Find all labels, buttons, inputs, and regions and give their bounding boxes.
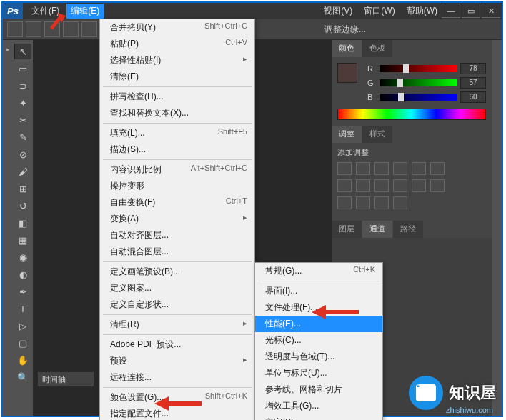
blur-tool[interactable]: ◉ <box>14 249 31 265</box>
hand-tool[interactable]: ✋ <box>14 352 31 368</box>
gradient-tool[interactable]: ▦ <box>14 232 31 248</box>
opt-icon-2[interactable] <box>44 21 60 37</box>
menu-define-pattern[interactable]: 定义图案... <box>100 280 254 296</box>
menu-paste-special[interactable]: 选择性粘贴(I)▸ <box>100 52 254 69</box>
adj-icon[interactable] <box>356 196 370 209</box>
pref-transparency[interactable]: 透明度与色域(T)... <box>255 349 382 365</box>
pref-interface[interactable]: 界面(I)... <box>255 283 382 299</box>
dodge-tool[interactable]: ◐ <box>14 266 31 282</box>
adj-icon[interactable] <box>356 162 370 175</box>
color-tab[interactable]: 颜色 <box>332 40 362 57</box>
wand-tool[interactable]: ✦ <box>14 95 31 111</box>
menu-clear[interactable]: 清除(E) <box>100 69 254 85</box>
tool-preset-icon[interactable] <box>7 21 23 37</box>
crop-tool[interactable]: ✂ <box>14 112 31 128</box>
opt-icon-3[interactable] <box>63 21 79 37</box>
menu-spellcheck[interactable]: 拼写检查(H)... <box>100 89 254 105</box>
window-minimize[interactable]: — <box>442 4 460 18</box>
menu-paste[interactable]: 粘贴(P)Ctrl+V <box>100 36 254 52</box>
type-tool[interactable]: T <box>14 301 31 316</box>
channels-tab[interactable]: 通道 <box>362 221 392 238</box>
b-slider[interactable] <box>380 94 457 101</box>
adj-icon[interactable] <box>337 196 352 209</box>
menu-content-aware-scale[interactable]: 内容识别比例Alt+Shift+Ctrl+C <box>100 161 254 178</box>
adj-icon[interactable] <box>412 179 426 192</box>
menu-define-shape[interactable]: 定义自定形状... <box>100 296 254 313</box>
menu-stroke[interactable]: 描边(S)... <box>100 141 254 158</box>
menu-puppet-warp[interactable]: 操控变形 <box>100 178 254 194</box>
pref-cursors[interactable]: 光标(C)... <box>255 332 382 349</box>
menu-assign-profile[interactable]: 指定配置文件... <box>100 406 254 420</box>
menu-merge-copy[interactable]: 合并拷贝(Y)Shift+Ctrl+C <box>100 19 254 36</box>
lasso-tool[interactable]: ⊃ <box>14 78 31 94</box>
menu-window[interactable]: 窗口(W) <box>359 4 399 19</box>
menu-remote[interactable]: 远程连接... <box>100 369 254 386</box>
timeline-tab[interactable]: 时间轴 <box>37 371 94 387</box>
g-value[interactable]: 57 <box>460 77 486 89</box>
r-slider[interactable] <box>380 65 457 72</box>
menu-help[interactable]: 帮助(W) <box>402 4 442 19</box>
color-ramp[interactable] <box>337 109 486 120</box>
adj-icon[interactable] <box>374 196 389 209</box>
menu-purge[interactable]: 清理(R)▸ <box>100 316 254 333</box>
menu-adobe-pdf[interactable]: Adobe PDF 预设... <box>100 336 254 353</box>
adj-icon[interactable] <box>430 179 445 192</box>
stamp-tool[interactable]: ⊞ <box>14 181 31 196</box>
adj-icon[interactable] <box>412 162 426 175</box>
menu-transform[interactable]: 变换(A)▸ <box>100 211 254 227</box>
paths-tab[interactable]: 路径 <box>393 221 423 238</box>
opt-icon-4[interactable] <box>81 21 97 37</box>
r-value[interactable]: 78 <box>460 63 486 74</box>
pref-file-handling[interactable]: 文件处理(F)... <box>255 299 382 316</box>
menu-edit[interactable]: 编辑(E) <box>66 4 104 19</box>
zoom-tool[interactable]: 🔍 <box>14 369 31 385</box>
pref-guides[interactable]: 参考线、网格和切片 <box>255 381 382 398</box>
styles-tab[interactable]: 样式 <box>362 126 392 143</box>
pref-plugins[interactable]: 增效工具(G)... <box>255 398 382 414</box>
eraser-tool[interactable]: ◧ <box>14 215 31 231</box>
opt-icon-1[interactable] <box>26 21 41 37</box>
pref-general[interactable]: 常规(G)...Ctrl+K <box>255 263 382 279</box>
menu-fill[interactable]: 填充(L)...Shift+F5 <box>100 125 254 141</box>
menu-find-replace[interactable]: 查找和替换文本(X)... <box>100 105 254 121</box>
path-tool[interactable]: ▷ <box>14 318 31 334</box>
brush-tool[interactable]: 🖌 <box>14 164 31 179</box>
pref-performance[interactable]: 性能(E)... <box>255 316 382 332</box>
menu-free-transform[interactable]: 自由变换(F)Ctrl+T <box>100 194 254 211</box>
panel-collapse-bar[interactable] <box>492 40 502 416</box>
g-slider[interactable] <box>380 79 457 86</box>
menu-presets[interactable]: 预设▸ <box>100 353 254 369</box>
menu-file[interactable]: 文件(F) <box>27 4 64 19</box>
marquee-tool[interactable]: ▭ <box>14 61 31 76</box>
toggle-arrow-icon[interactable]: ▸ <box>6 46 10 53</box>
adjust-edges-label[interactable]: 调整边缘... <box>324 24 366 36</box>
adj-icon[interactable] <box>356 179 370 192</box>
window-maximize[interactable]: ▭ <box>462 4 480 18</box>
adj-icon[interactable] <box>374 179 389 192</box>
eyedropper-tool[interactable]: ✎ <box>14 129 31 145</box>
foreground-swatch[interactable] <box>337 63 357 83</box>
move-tool[interactable]: ↖ <box>14 44 31 59</box>
swatches-tab[interactable]: 色板 <box>362 40 392 57</box>
pen-tool[interactable]: ✒ <box>14 284 31 299</box>
adj-icon[interactable] <box>393 196 407 209</box>
adj-icon[interactable] <box>374 162 389 175</box>
layers-tab[interactable]: 图层 <box>332 221 362 238</box>
adjust-tab[interactable]: 调整 <box>332 126 362 143</box>
window-close[interactable]: ✕ <box>482 4 500 18</box>
adj-icon[interactable] <box>430 162 445 175</box>
menu-view[interactable]: 视图(V) <box>319 4 357 19</box>
menu-define-brush[interactable]: 定义画笔预设(B)... <box>100 264 254 280</box>
adj-icon[interactable] <box>337 162 352 175</box>
menu-auto-blend[interactable]: 自动混合图层... <box>100 244 254 260</box>
menu-color-settings[interactable]: 颜色设置(G)...Shift+Ctrl+K <box>100 389 254 406</box>
adj-icon[interactable] <box>393 179 407 192</box>
b-value[interactable]: 60 <box>460 91 486 103</box>
adj-icon[interactable] <box>393 162 407 175</box>
menu-auto-align[interactable]: 自动对齐图层... <box>100 227 254 244</box>
shape-tool[interactable]: ▢ <box>14 335 31 351</box>
heal-tool[interactable]: ⊘ <box>14 146 31 162</box>
adj-icon[interactable] <box>337 179 352 192</box>
history-brush-tool[interactable]: ↺ <box>14 198 31 214</box>
pref-units[interactable]: 单位与标尺(U)... <box>255 365 382 381</box>
